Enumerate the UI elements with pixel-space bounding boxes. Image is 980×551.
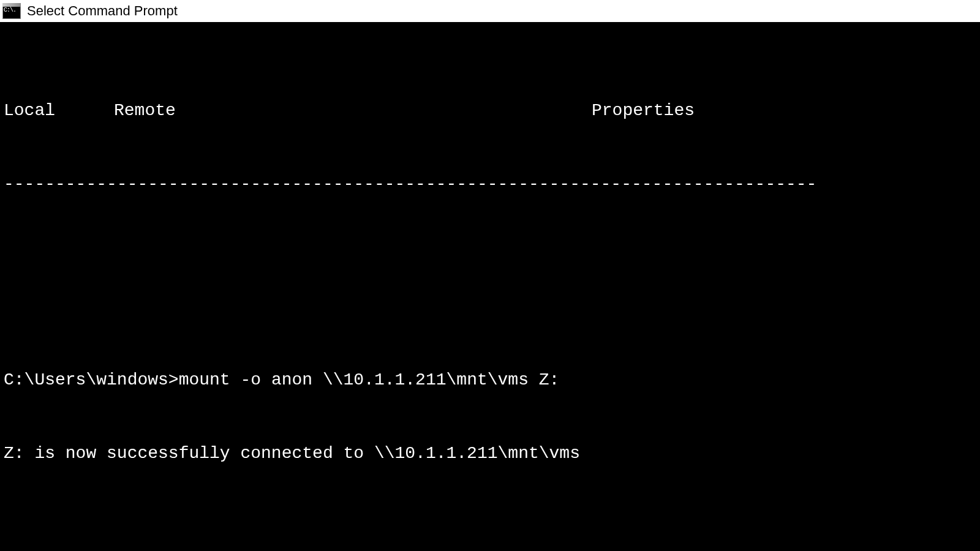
- terminal-output[interactable]: Local Remote Properties ----------------…: [0, 23, 980, 551]
- output-line: Z: is now successfully connected to \\10…: [4, 441, 976, 466]
- col-remote: Remote: [114, 99, 592, 123]
- col-local: Local: [4, 99, 114, 123]
- command-line-1: C:\Users\windows>mount -o anon \\10.1.1.…: [4, 368, 976, 392]
- title-bar[interactable]: C:\. Select Command Prompt: [0, 0, 980, 23]
- window-title: Select Command Prompt: [27, 3, 178, 19]
- table-header: Local Remote Properties: [4, 99, 976, 123]
- divider-dashes: ----------------------------------------…: [4, 172, 976, 197]
- cmd-icon: C:\.: [2, 3, 21, 19]
- col-props: Properties: [592, 99, 976, 123]
